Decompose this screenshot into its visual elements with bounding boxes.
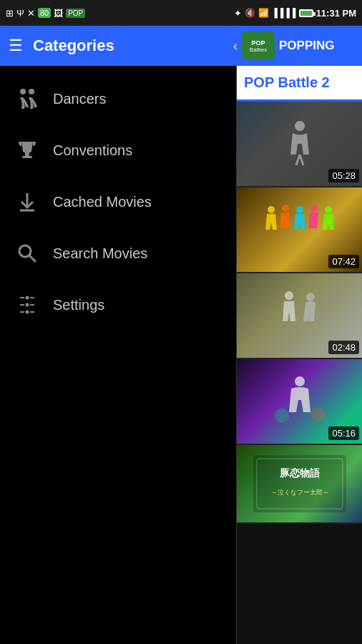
main-content: Dancers Conventions [0,66,362,644]
sidebar: Dancers Conventions [0,66,236,644]
svg-point-29 [310,407,325,421]
trophy-icon [14,137,40,163]
svg-point-9 [26,303,29,307]
right-panel-title: POPPING [279,39,334,53]
status-bar: ⊞ Ψ ✕ 80 🖼 POP ✦ 🔇 📶 ▐▐▐▐ 11:31 PM [0,0,362,26]
video-item-2[interactable]: 07:42 [237,187,362,273]
svg-rect-30 [253,455,346,512]
status-icons-right: ✦ 🔇 📶 ▐▐▐▐ 11:31 PM [234,8,356,19]
status-time: 11:31 PM [316,8,356,19]
svg-point-0 [20,89,26,94]
pop-battles-status-icon: POP [66,9,85,18]
pop-badge-bottom-text: Battles [250,47,267,53]
video-item-4[interactable]: 05:16 [237,359,362,445]
video-list-title-text: POP Battle 2 [244,74,330,91]
search-icon [14,240,40,266]
sidebar-item-settings[interactable]: Settings [0,279,236,331]
video-item-1[interactable]: 05:28 [237,102,362,187]
video-thumbnail-5: 豚恋物語 ～泣くなフー太郎～ [237,445,362,522]
mute-icon: 🔇 [245,8,255,18]
sidebar-item-conventions[interactable]: Conventions [0,125,236,176]
search-movies-label: Search Movies [53,245,147,262]
svg-point-28 [275,409,289,423]
sidebar-item-dancers[interactable]: Dancers [0,73,236,125]
svg-line-19 [300,155,303,165]
video-duration-4: 05:16 [328,426,359,440]
svg-point-21 [282,205,289,212]
settings-label: Settings [53,297,104,313]
signal-icon: ▐▐▐▐ [272,8,296,18]
dancers-icon [14,86,40,112]
wifi-icon: 📶 [258,8,269,18]
svg-rect-3 [22,156,32,158]
download-icon [14,189,40,215]
pop-battles-badge[interactable]: POP Battles [242,31,275,60]
conventions-label: Conventions [53,142,132,159]
video-duration-3: 02:48 [328,341,359,354]
svg-rect-2 [25,152,29,156]
header-right-panel: ‹ POP Battles POPPING [233,26,362,66]
video-list-title: POP Battle 2 [237,66,362,102]
svg-point-20 [268,206,275,213]
dancers-label: Dancers [53,91,106,107]
status-icons-left: ⊞ Ψ ✕ 80 🖼 POP [6,8,85,19]
video-item-5[interactable]: 豚恋物語 ～泣くなフー太郎～ [237,445,362,524]
svg-text:～泣くなフー太郎～: ～泣くなフー太郎～ [271,489,329,496]
image-icon: 🖼 [54,8,63,19]
usb-icon: Ψ [16,8,24,19]
wrench-icon: ✕ [27,8,35,19]
video-duration-2: 07:42 [328,255,359,268]
svg-line-7 [29,255,35,261]
svg-point-10 [26,311,29,314]
svg-point-24 [325,206,332,213]
svg-point-23 [310,205,318,212]
svg-point-26 [306,293,315,301]
svg-point-22 [296,206,303,213]
settings-icon [14,292,40,318]
video-item-3[interactable]: 02:48 [237,273,362,359]
svg-point-1 [29,89,34,94]
svg-point-25 [285,291,293,300]
add-icon: ⊞ [6,8,14,19]
sidebar-item-search-movies[interactable]: Search Movies [0,228,236,279]
sidebar-item-cached-movies[interactable]: Cached Movies [0,176,236,228]
cached-movies-label: Cached Movies [53,194,152,210]
svg-point-27 [295,376,305,386]
right-panel: POP Battle 2 05:28 [236,66,362,644]
hamburger-icon[interactable]: ☰ [9,36,23,55]
svg-point-17 [295,121,305,131]
pop-badge-top-text: POP [251,39,265,47]
header: ☰ Categories ‹ POP Battles POPPING [0,26,362,66]
svg-point-8 [26,296,29,300]
back-arrow-icon[interactable]: ‹ [233,39,238,54]
bluetooth-icon: ✦ [234,8,242,19]
svg-text:豚恋物語: 豚恋物語 [279,467,321,479]
video-duration-1: 05:28 [328,169,359,182]
android-icon: 80 [38,8,51,18]
battery-icon [299,9,313,17]
